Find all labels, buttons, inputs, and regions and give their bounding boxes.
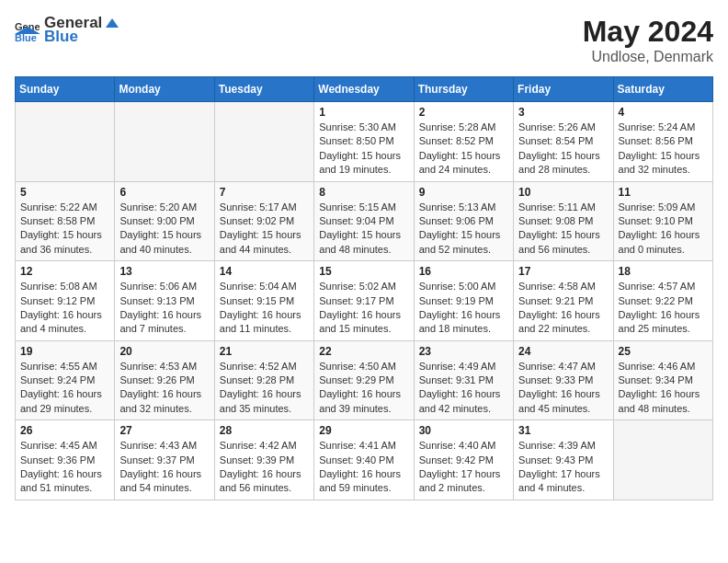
day-number: 8 <box>319 186 408 199</box>
day-info: Sunrise: 5:26 AM Sunset: 8:54 PM Dayligh… <box>518 121 608 178</box>
calendar-cell: 30Sunrise: 4:40 AM Sunset: 9:42 PM Dayli… <box>414 420 513 500</box>
day-info: Sunrise: 5:06 AM Sunset: 9:13 PM Dayligh… <box>119 280 209 337</box>
day-info: Sunrise: 5:13 AM Sunset: 9:06 PM Dayligh… <box>419 201 508 258</box>
calendar-cell: 26Sunrise: 4:45 AM Sunset: 9:36 PM Dayli… <box>16 420 115 500</box>
day-info: Sunrise: 4:57 AM Sunset: 9:22 PM Dayligh… <box>619 280 708 337</box>
day-info: Sunrise: 5:08 AM Sunset: 9:12 PM Dayligh… <box>20 280 109 337</box>
day-number: 17 <box>518 265 608 278</box>
day-info: Sunrise: 5:20 AM Sunset: 9:00 PM Dayligh… <box>119 201 209 258</box>
svg-marker-3 <box>106 18 119 28</box>
calendar-cell: 27Sunrise: 4:43 AM Sunset: 9:37 PM Dayli… <box>115 420 214 500</box>
page-header: General Blue General Blue May 2024 Undlo… <box>15 15 713 65</box>
calendar-cell: 13Sunrise: 5:06 AM Sunset: 9:13 PM Dayli… <box>115 261 214 341</box>
day-info: Sunrise: 4:49 AM Sunset: 9:31 PM Dayligh… <box>419 360 508 417</box>
day-number: 27 <box>119 424 209 437</box>
day-number: 30 <box>419 424 508 437</box>
day-info: Sunrise: 5:04 AM Sunset: 9:15 PM Dayligh… <box>220 280 309 337</box>
calendar-cell: 17Sunrise: 4:58 AM Sunset: 9:21 PM Dayli… <box>514 261 613 341</box>
calendar-cell: 24Sunrise: 4:47 AM Sunset: 9:33 PM Dayli… <box>514 340 613 420</box>
day-info: Sunrise: 4:58 AM Sunset: 9:21 PM Dayligh… <box>518 280 608 337</box>
day-info: Sunrise: 4:39 AM Sunset: 9:43 PM Dayligh… <box>518 439 608 496</box>
day-number: 23 <box>419 345 508 358</box>
calendar-week-row: 26Sunrise: 4:45 AM Sunset: 9:36 PM Dayli… <box>16 420 713 500</box>
day-info: Sunrise: 5:17 AM Sunset: 9:02 PM Dayligh… <box>220 201 309 258</box>
calendar-header-friday: Friday <box>514 77 613 102</box>
day-info: Sunrise: 4:41 AM Sunset: 9:40 PM Dayligh… <box>319 439 408 496</box>
calendar-week-row: 1Sunrise: 5:30 AM Sunset: 8:50 PM Daylig… <box>16 102 713 182</box>
calendar-cell: 31Sunrise: 4:39 AM Sunset: 9:43 PM Dayli… <box>514 420 613 500</box>
month-year-title: May 2024 <box>583 15 713 49</box>
calendar-cell: 18Sunrise: 4:57 AM Sunset: 9:22 PM Dayli… <box>613 261 712 341</box>
logo-blue-text: Blue <box>44 29 120 46</box>
calendar-cell: 5Sunrise: 5:22 AM Sunset: 8:58 PM Daylig… <box>16 181 115 261</box>
day-number: 15 <box>319 265 408 278</box>
day-info: Sunrise: 4:53 AM Sunset: 9:26 PM Dayligh… <box>119 360 209 417</box>
calendar-cell: 6Sunrise: 5:20 AM Sunset: 9:00 PM Daylig… <box>115 181 214 261</box>
day-number: 16 <box>419 265 508 278</box>
day-number: 20 <box>119 345 209 358</box>
calendar-header-monday: Monday <box>115 77 214 102</box>
calendar-header-sunday: Sunday <box>16 77 115 102</box>
calendar-cell: 1Sunrise: 5:30 AM Sunset: 8:50 PM Daylig… <box>314 102 414 182</box>
logo-icon: General Blue <box>15 17 40 43</box>
calendar-cell: 20Sunrise: 4:53 AM Sunset: 9:26 PM Dayli… <box>115 340 214 420</box>
calendar-cell: 22Sunrise: 4:50 AM Sunset: 9:29 PM Dayli… <box>314 340 414 420</box>
day-info: Sunrise: 4:52 AM Sunset: 9:28 PM Dayligh… <box>220 360 309 417</box>
day-info: Sunrise: 5:30 AM Sunset: 8:50 PM Dayligh… <box>319 121 408 178</box>
calendar-header-row: SundayMondayTuesdayWednesdayThursdayFrid… <box>16 77 713 102</box>
day-number: 18 <box>619 265 708 278</box>
calendar-cell: 12Sunrise: 5:08 AM Sunset: 9:12 PM Dayli… <box>16 261 115 341</box>
day-number: 29 <box>319 424 408 437</box>
day-info: Sunrise: 4:47 AM Sunset: 9:33 PM Dayligh… <box>518 360 608 417</box>
day-info: Sunrise: 4:40 AM Sunset: 9:42 PM Dayligh… <box>419 439 508 496</box>
day-number: 13 <box>119 265 209 278</box>
day-number: 24 <box>518 345 608 358</box>
calendar-header-tuesday: Tuesday <box>214 77 313 102</box>
day-info: Sunrise: 5:02 AM Sunset: 9:17 PM Dayligh… <box>319 280 408 337</box>
day-number: 31 <box>518 424 608 437</box>
day-info: Sunrise: 4:46 AM Sunset: 9:34 PM Dayligh… <box>619 360 708 417</box>
calendar-cell: 28Sunrise: 4:42 AM Sunset: 9:39 PM Dayli… <box>214 420 313 500</box>
day-number: 3 <box>518 106 608 119</box>
logo: General Blue General Blue <box>15 15 120 45</box>
calendar-header-thursday: Thursday <box>414 77 513 102</box>
calendar-cell: 4Sunrise: 5:24 AM Sunset: 8:56 PM Daylig… <box>613 102 712 182</box>
day-number: 9 <box>419 186 508 199</box>
calendar-table: SundayMondayTuesdayWednesdayThursdayFrid… <box>15 76 713 500</box>
day-number: 12 <box>20 265 109 278</box>
calendar-cell: 23Sunrise: 4:49 AM Sunset: 9:31 PM Dayli… <box>414 340 513 420</box>
calendar-cell: 7Sunrise: 5:17 AM Sunset: 9:02 PM Daylig… <box>214 181 313 261</box>
day-number: 5 <box>20 186 109 199</box>
day-number: 26 <box>20 424 109 437</box>
day-info: Sunrise: 4:45 AM Sunset: 9:36 PM Dayligh… <box>20 439 109 496</box>
calendar-cell: 21Sunrise: 4:52 AM Sunset: 9:28 PM Dayli… <box>214 340 313 420</box>
calendar-cell: 15Sunrise: 5:02 AM Sunset: 9:17 PM Dayli… <box>314 261 414 341</box>
day-number: 4 <box>619 106 708 119</box>
day-info: Sunrise: 5:11 AM Sunset: 9:08 PM Dayligh… <box>518 201 608 258</box>
location-subtitle: Undlose, Denmark <box>583 49 713 65</box>
day-info: Sunrise: 5:09 AM Sunset: 9:10 PM Dayligh… <box>619 201 708 258</box>
day-number: 28 <box>220 424 309 437</box>
day-number: 22 <box>319 345 408 358</box>
day-number: 2 <box>419 106 508 119</box>
day-info: Sunrise: 5:24 AM Sunset: 8:56 PM Dayligh… <box>619 121 708 178</box>
calendar-cell: 29Sunrise: 4:41 AM Sunset: 9:40 PM Dayli… <box>314 420 414 500</box>
day-number: 11 <box>619 186 708 199</box>
calendar-cell <box>613 420 712 500</box>
day-number: 19 <box>20 345 109 358</box>
calendar-cell <box>115 102 214 182</box>
day-number: 25 <box>619 345 708 358</box>
calendar-cell <box>214 102 313 182</box>
day-info: Sunrise: 5:28 AM Sunset: 8:52 PM Dayligh… <box>419 121 508 178</box>
day-info: Sunrise: 4:42 AM Sunset: 9:39 PM Dayligh… <box>220 439 309 496</box>
calendar-cell: 2Sunrise: 5:28 AM Sunset: 8:52 PM Daylig… <box>414 102 513 182</box>
calendar-week-row: 12Sunrise: 5:08 AM Sunset: 9:12 PM Dayli… <box>16 261 713 341</box>
calendar-cell: 11Sunrise: 5:09 AM Sunset: 9:10 PM Dayli… <box>613 181 712 261</box>
calendar-cell: 16Sunrise: 5:00 AM Sunset: 9:19 PM Dayli… <box>414 261 513 341</box>
calendar-week-row: 19Sunrise: 4:55 AM Sunset: 9:24 PM Dayli… <box>16 340 713 420</box>
calendar-week-row: 5Sunrise: 5:22 AM Sunset: 8:58 PM Daylig… <box>16 181 713 261</box>
day-info: Sunrise: 5:00 AM Sunset: 9:19 PM Dayligh… <box>419 280 508 337</box>
day-info: Sunrise: 5:15 AM Sunset: 9:04 PM Dayligh… <box>319 201 408 258</box>
day-number: 1 <box>319 106 408 119</box>
calendar-cell: 14Sunrise: 5:04 AM Sunset: 9:15 PM Dayli… <box>214 261 313 341</box>
